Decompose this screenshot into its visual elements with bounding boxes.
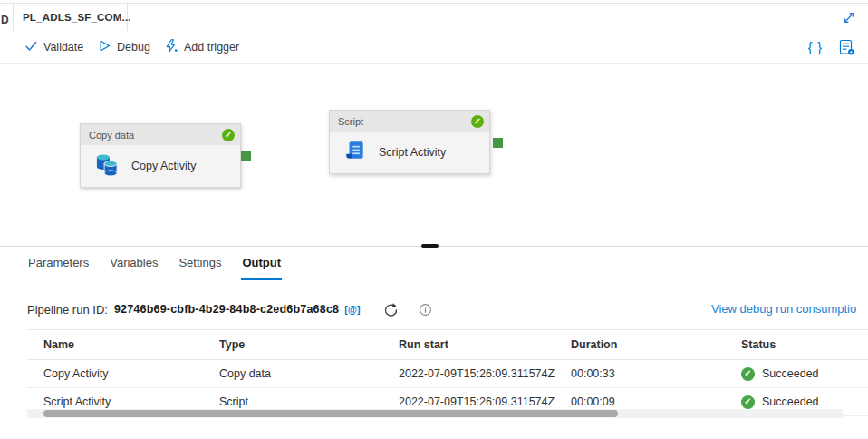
activity-copy-name: Copy Activity (131, 160, 197, 172)
col-type: Type (219, 330, 399, 360)
col-name: Name (27, 330, 219, 360)
horizontal-scrollbar[interactable] (27, 409, 843, 418)
activity-copy-header: Copy data ✓ (81, 124, 240, 145)
activity-script-name: Script Activity (379, 146, 446, 159)
copy-run-id-icon[interactable]: [@] (344, 304, 360, 315)
tab-strip: D PL_ADLS_SF_COM... (0, 3, 868, 32)
cell-status: ✓ Succeeded (741, 360, 868, 388)
cell-run-start: 2022-07-09T15:26:09.311574Z (399, 360, 571, 388)
cell-type: Copy data (219, 360, 399, 388)
tab-pipeline-label: PL_ADLS_SF_COM... (23, 12, 131, 23)
tab-pipeline[interactable]: PL_ADLS_SF_COM... (13, 4, 128, 31)
pipeline-run-id-label: Pipeline run ID: (27, 303, 108, 317)
view-debug-run-consumption-link[interactable]: View debug run consumptio (711, 302, 856, 316)
script-icon (343, 139, 367, 166)
succeeded-check-icon: ✓ (741, 367, 755, 381)
script-output-port[interactable] (493, 138, 503, 148)
tab-parameters[interactable]: Parameters (27, 247, 90, 280)
table-row[interactable]: Copy Activity Copy data 2022-07-09T15:26… (27, 360, 868, 388)
validate-button[interactable]: Validate (25, 31, 83, 63)
properties-icon[interactable] (838, 39, 855, 56)
success-check-icon: ✓ (222, 129, 235, 141)
table-header-row: Name Type Run start Duration Status (27, 330, 868, 360)
info-icon[interactable] (419, 303, 432, 317)
activity-runs-table: Name Type Run start Duration Status Copy… (27, 329, 868, 416)
debug-button[interactable]: Debug (100, 31, 150, 63)
copy-data-icon (94, 151, 120, 180)
success-check-icon: ✓ (471, 115, 484, 128)
toolbar-right-actions: { } (808, 31, 855, 63)
copy-output-port[interactable] (241, 151, 251, 161)
activity-copy-type-label: Copy data (89, 130, 134, 141)
status-text: Succeeded (762, 395, 819, 408)
add-trigger-label: Add trigger (184, 41, 239, 54)
cell-duration: 00:00:33 (571, 360, 741, 388)
debug-play-icon (100, 40, 111, 54)
horizontal-scrollbar-thumb[interactable] (43, 410, 618, 417)
adf-pipeline-editor: D PL_ADLS_SF_COM... Validate (0, 0, 868, 439)
expand-diagonal-icon[interactable] (842, 10, 856, 24)
activity-script[interactable]: Script ✓ Script Activity (329, 110, 490, 174)
validate-check-icon (25, 41, 37, 54)
validate-label: Validate (43, 41, 83, 54)
tab-settings[interactable]: Settings (178, 247, 222, 280)
pipeline-run-row: Pipeline run ID: 92746b69-cbfb-4b29-84b8… (27, 296, 432, 323)
add-trigger-button[interactable]: Add trigger (165, 31, 239, 63)
activity-script-body: Script Activity (330, 132, 489, 173)
status-text: Succeeded (762, 367, 819, 380)
output-panel: Parameters Variables Settings Output Pip… (0, 246, 868, 439)
debug-label: Debug (117, 41, 150, 54)
clipped-left-rail-glyph: D (1, 14, 9, 26)
activity-script-header: Script ✓ (330, 111, 489, 132)
activity-copy-body: Copy Activity (81, 145, 240, 187)
code-view-button[interactable]: { } (808, 40, 823, 54)
tab-output[interactable]: Output (241, 247, 282, 280)
tab-variables[interactable]: Variables (109, 247, 159, 280)
cell-name: Copy Activity (27, 360, 219, 388)
activity-copy-data[interactable]: Copy data ✓ Copy Activity (80, 123, 241, 188)
col-status: Status (741, 330, 868, 360)
add-trigger-bolt-icon (165, 39, 178, 56)
succeeded-check-icon: ✓ (741, 395, 755, 409)
pipeline-toolbar: Validate Debug Add trigger { } (0, 31, 868, 64)
panel-resize-handle[interactable] (421, 244, 439, 248)
activity-script-type-label: Script (338, 116, 363, 127)
col-run-start: Run start (399, 330, 571, 360)
pipeline-run-id-value: 92746b69-cbfb-4b29-84b8-c2ed6b7a68c8 (114, 303, 339, 316)
col-duration: Duration (571, 330, 741, 360)
refresh-icon[interactable] (383, 302, 399, 317)
pipeline-canvas[interactable]: Copy data ✓ Copy Activity (0, 64, 868, 246)
panel-tabs: Parameters Variables Settings Output (27, 247, 282, 280)
